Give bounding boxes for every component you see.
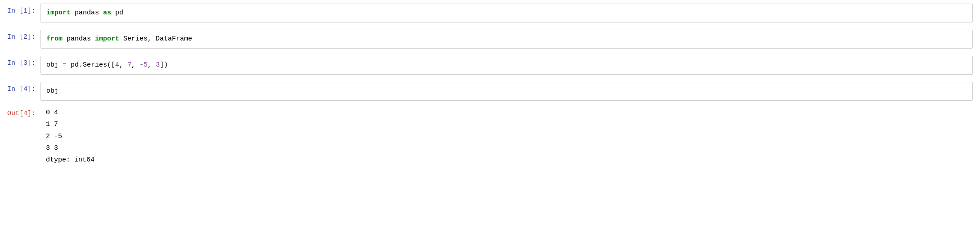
cell-1-input[interactable]: import pandas as pd: [40, 4, 973, 22]
cell-4-output-block: Out[4]: 0 4 1 7 2 -5 3 3 dtype: int64: [0, 104, 980, 169]
code-text: Series, DataFrame: [119, 35, 192, 43]
cell-3-input[interactable]: obj = pd.Series([4, 7, -5, 3]): [40, 56, 973, 75]
cell-3-label: In [3]:: [0, 55, 40, 72]
number-neg5: -5: [139, 61, 148, 69]
code-text: pandas: [63, 35, 95, 43]
notebook: In [1]: import pandas as pd In [2]: from…: [0, 0, 980, 169]
code-obj: obj: [46, 87, 58, 95]
code-text: ]): [160, 61, 168, 69]
keyword-from: from: [46, 35, 63, 43]
keyword-as: as: [103, 9, 111, 17]
keyword-import-1: import: [46, 9, 71, 17]
code-text: ,: [119, 61, 127, 69]
output-row-0: 0 4: [46, 107, 94, 119]
cell-1: In [1]: import pandas as pd: [0, 0, 980, 26]
code-text: pandas: [71, 9, 103, 17]
cell-2-label: In [2]:: [0, 29, 40, 46]
cell-4-out-label: Out[4]:: [0, 105, 40, 123]
cell-3: In [3]: obj = pd.Series([4, 7, -5, 3]): [0, 52, 980, 78]
cell-4-output: 0 4 1 7 2 -5 3 3 dtype: int64: [40, 105, 94, 168]
code-text: pd: [111, 9, 123, 17]
cell-4: In [4]: obj: [0, 78, 980, 104]
output-dtype: dtype: int64: [46, 154, 94, 166]
cell-2: In [2]: from pandas import Series, DataF…: [0, 26, 980, 52]
cell-4-input[interactable]: obj: [40, 82, 973, 101]
number-4: 4: [115, 61, 119, 69]
code-text: ,: [131, 61, 139, 69]
output-row-1: 1 7: [46, 119, 94, 130]
number-7: 7: [127, 61, 131, 69]
number-3: 3: [156, 61, 160, 69]
code-text: ,: [148, 61, 156, 69]
code-text: obj = pd.Series([: [46, 61, 115, 69]
cell-4-label: In [4]:: [0, 81, 40, 99]
cell-2-input[interactable]: from pandas import Series, DataFrame: [40, 30, 973, 49]
keyword-import-2: import: [95, 35, 119, 43]
output-row-3: 3 3: [46, 143, 94, 154]
output-row-2: 2 -5: [46, 131, 94, 143]
cell-1-label: In [1]:: [0, 3, 40, 20]
